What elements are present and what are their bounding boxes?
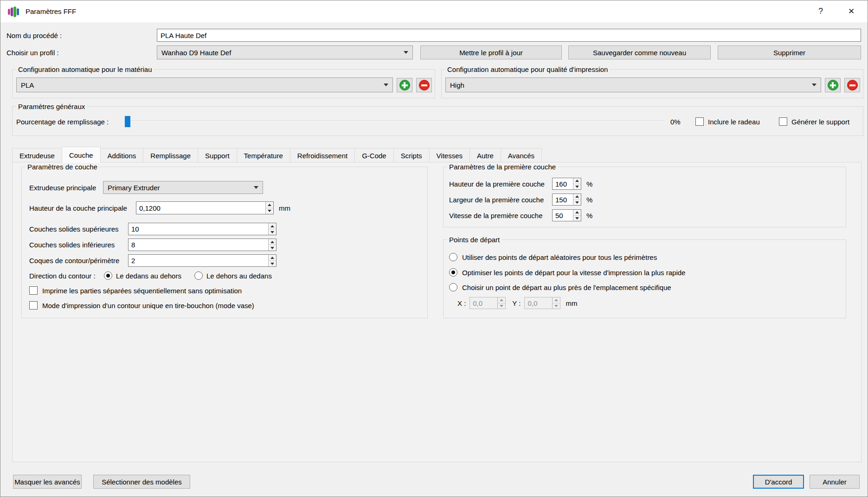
quality-select[interactable]: High: [445, 77, 821, 92]
spin-up-button[interactable]: [573, 210, 581, 216]
tab-scripts[interactable]: Scripts: [393, 148, 430, 162]
tab-vitesses[interactable]: Vitesses: [429, 148, 470, 162]
update-profile-button[interactable]: Mettre le profil à jour: [420, 45, 562, 59]
spin-down-button[interactable]: [269, 261, 276, 266]
quality-auto-config-group: Configuration automatique pour qualité d…: [441, 69, 863, 98]
start-point-unit: mm: [566, 299, 577, 307]
infill-percentage-value: 0%: [670, 118, 681, 126]
start-point-x-label: X :: [457, 299, 466, 307]
help-button[interactable]: ?: [806, 0, 835, 22]
bottom-solid-layers-input[interactable]: [129, 239, 268, 251]
tab-avances[interactable]: Avancés: [501, 148, 542, 162]
add-quality-button[interactable]: [825, 78, 841, 92]
infill-percentage-label: Pourcentage de remplissage :: [16, 118, 109, 126]
spin-up-button[interactable]: [269, 223, 276, 229]
save-as-new-button[interactable]: Sauvegarder comme nouveau: [568, 45, 711, 59]
first-layer-width-spinner[interactable]: [552, 194, 581, 206]
add-material-button[interactable]: [397, 78, 412, 92]
spin-up-button[interactable]: [269, 255, 276, 261]
inside-out-radio[interactable]: [104, 271, 112, 280]
couche-tab-panel: Paramètres de couche Extrudeuse principa…: [12, 162, 862, 462]
include-raft-label: Inclure le radeau: [708, 118, 760, 126]
primary-extruder-select[interactable]: Primary Extruder: [103, 181, 263, 194]
tab-couche[interactable]: Couche: [62, 147, 101, 163]
profile-select-value: Wanhao D9 Haute Def: [161, 49, 231, 57]
material-group-title: Configuration automatique pour le matéri…: [16, 65, 154, 74]
generate-support-label: Générer le support: [791, 118, 849, 126]
first-layer-height-unit: %: [586, 180, 592, 188]
outside-in-radio[interactable]: [194, 271, 203, 280]
select-models-button[interactable]: Sélectionner des modèles: [93, 475, 190, 489]
profile-select[interactable]: Wanhao D9 Haute Def: [157, 45, 413, 59]
top-solid-layers-input[interactable]: [129, 223, 268, 235]
spin-down-button[interactable]: [573, 216, 581, 221]
quality-select-value: High: [450, 81, 464, 89]
spin-down-button[interactable]: [269, 229, 276, 235]
plus-icon: [828, 80, 838, 90]
tab-temperature[interactable]: Température: [237, 148, 290, 162]
first-layer-speed-spinner[interactable]: [552, 209, 581, 221]
fff-settings-dialog: Paramètres FFF ? ✕ Nom du procédé : Choi…: [0, 0, 868, 497]
vase-mode-checkbox[interactable]: [29, 301, 38, 310]
first-layer-width-input[interactable]: [553, 194, 573, 205]
infill-slider[interactable]: [124, 116, 664, 128]
tab-gcode[interactable]: G-Code: [354, 148, 394, 162]
first-layer-speed-label: Vitesse de la première couche: [449, 212, 552, 219]
first-layer-height-input[interactable]: [553, 178, 573, 189]
layer-height-spinner[interactable]: [136, 201, 274, 214]
sequential-printing-checkbox[interactable]: [29, 286, 38, 295]
perimeter-shells-spinner[interactable]: [128, 254, 276, 267]
layer-height-input[interactable]: [136, 202, 265, 214]
profile-label: Choisir un profil :: [6, 49, 59, 57]
minus-icon: [847, 80, 858, 90]
close-icon[interactable]: ✕: [837, 0, 866, 22]
spin-up-button[interactable]: [573, 194, 581, 200]
tab-autre[interactable]: Autre: [469, 148, 501, 162]
first-layer-group: Paramètres de la première couche Hauteur…: [443, 167, 846, 227]
perimeter-shells-label: Coques de contour/périmètre: [29, 257, 128, 265]
chevron-down-icon: [404, 51, 408, 54]
bottom-solid-layers-spinner[interactable]: [128, 239, 276, 251]
slider-track: [124, 121, 664, 122]
ok-button[interactable]: D'accord: [753, 475, 804, 489]
start-point-x-input: [470, 297, 497, 309]
include-raft-checkbox[interactable]: [695, 117, 704, 126]
spin-up-button: [498, 297, 505, 303]
first-layer-width-label: Largeur de la première couche: [449, 196, 552, 204]
tab-extrudeuse[interactable]: Extrudeuse: [12, 148, 62, 162]
spin-down-button[interactable]: [573, 200, 581, 206]
generate-support-checkbox[interactable]: [779, 117, 787, 126]
outline-direction-label: Direction du contour :: [29, 272, 100, 280]
material-select[interactable]: PLA: [16, 77, 393, 92]
spin-down-button[interactable]: [269, 245, 276, 251]
delete-profile-button[interactable]: Supprimer: [718, 45, 861, 59]
tab-additions[interactable]: Additions: [100, 148, 144, 162]
random-start-points-radio[interactable]: [449, 253, 457, 261]
spin-up-button[interactable]: [266, 202, 273, 208]
closest-start-point-radio[interactable]: [449, 283, 457, 291]
spin-up-button[interactable]: [573, 178, 581, 184]
vase-mode-label: Mode d'impression d'un contour unique en…: [42, 302, 254, 310]
spin-up-button[interactable]: [269, 239, 276, 245]
process-name-label: Nom du procédé :: [6, 32, 62, 39]
tab-support[interactable]: Support: [198, 148, 237, 162]
first-layer-speed-input[interactable]: [553, 210, 573, 221]
general-settings-group: Paramètres généraux Pourcentage de rempl…: [12, 106, 863, 136]
optimize-start-points-radio[interactable]: [449, 268, 457, 277]
sequential-printing-label: Imprime les parties séparées séquentiell…: [42, 287, 242, 295]
remove-quality-button[interactable]: [844, 78, 860, 92]
hide-advanced-button[interactable]: Masquer les avancés: [13, 475, 82, 489]
process-name-input[interactable]: [157, 29, 861, 42]
tab-refroidissement[interactable]: Refroidissement: [290, 148, 355, 162]
spin-down-button[interactable]: [573, 184, 581, 190]
spin-down-button[interactable]: [266, 208, 273, 214]
top-solid-layers-spinner[interactable]: [128, 223, 276, 235]
remove-material-button[interactable]: [416, 78, 432, 92]
first-layer-height-spinner[interactable]: [552, 178, 581, 190]
primary-extruder-value: Primary Extruder: [108, 184, 160, 192]
cancel-button[interactable]: Annuler: [810, 475, 860, 489]
perimeter-shells-input[interactable]: [129, 255, 268, 266]
slider-handle[interactable]: [125, 116, 130, 127]
settings-tab-bar: Extrudeuse Couche Additions Remplissage …: [12, 147, 541, 162]
tab-remplissage[interactable]: Remplissage: [143, 148, 198, 162]
